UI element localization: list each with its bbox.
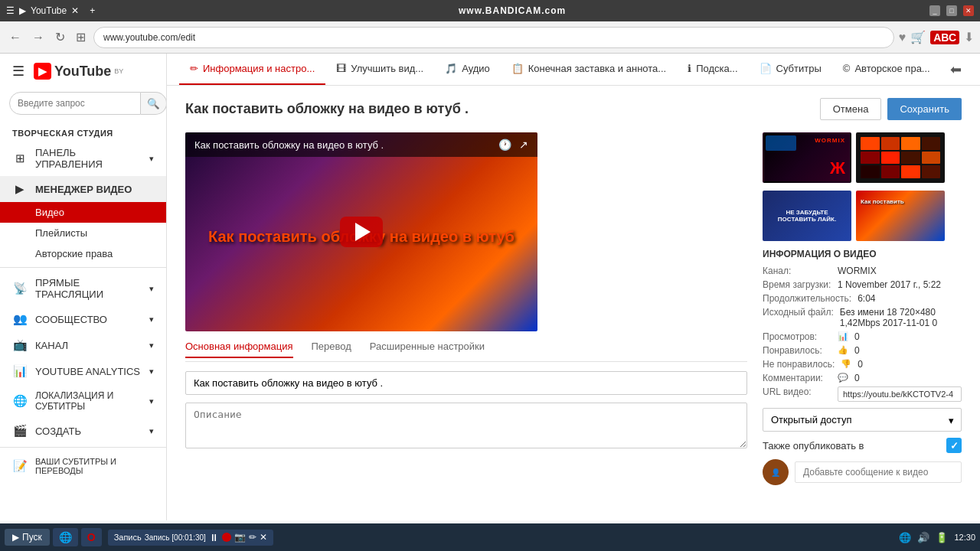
info-views: Просмотров: 📊 0 [763, 331, 962, 342]
tab-audio[interactable]: 🎵 Аудио [434, 54, 501, 85]
play-triangle [355, 223, 371, 241]
video-top-icons: 🕐 ↗ [498, 139, 528, 151]
thumbnail-1[interactable]: WORMIX Ж [763, 132, 851, 183]
views-value: 0 [854, 331, 860, 342]
save-button[interactable]: Сохранить [887, 98, 962, 120]
opera-taskbar-btn[interactable]: O [81, 528, 102, 546]
forward-btn[interactable]: → [29, 28, 47, 47]
minimize-btn[interactable]: _ [929, 5, 940, 16]
views-icon: 📊 [838, 331, 848, 341]
sidebar-item-channel[interactable]: 📺 КАНАЛ ▾ [0, 332, 166, 358]
comments-value: 0 [854, 373, 860, 383]
search-btn[interactable]: 🔍 [141, 92, 167, 115]
grid-cell [922, 152, 941, 165]
start-button[interactable]: ▶ Пуск [5, 529, 50, 546]
video-player[interactable]: Как поставить обложку на видео в ютуб . … [185, 132, 537, 331]
upload-value: 1 November 2017 г., 5:22 [838, 279, 941, 290]
channel-arrow: ▾ [149, 341, 154, 350]
thumbnail-3[interactable]: НЕ ЗАБУДЬТЕПОСТАВИТЬ ЛАЙК. [763, 191, 851, 241]
youtube-logo[interactable]: ▶ YouTube BY [34, 63, 123, 80]
cart-icon[interactable]: 🛒 [910, 30, 926, 44]
tab-hints-icon: ℹ [688, 63, 691, 74]
title-bar-left: ☰ ▶ YouTube ✕ + [6, 5, 95, 16]
thumbnail-strip-2: НЕ ЗАБУДЬТЕПОСТАВИТЬ ЛАЙК. Как поставить [763, 191, 962, 241]
pause-icon[interactable]: ⏸ [209, 532, 219, 543]
info-channel: Канал: WORMIX [763, 266, 962, 276]
back-btn[interactable]: ← [6, 28, 24, 47]
dashboard-label: ПАНЕЛЬ УПРАВЛЕНИЯ [35, 147, 142, 170]
browser-taskbar-btn[interactable]: 🌐 [53, 528, 78, 546]
play-button[interactable] [340, 217, 383, 247]
tab-end-label: Конечная заставка и аннота... [528, 63, 666, 74]
url-input[interactable] [838, 386, 962, 402]
dislikes-label: Не понравилось: [763, 359, 835, 370]
sidebar-item-subtitles-trans[interactable]: 📝 ВАШИ СУБТИТРЫ И ПЕРЕВОДЫ [0, 451, 166, 481]
description-input[interactable] [185, 403, 747, 448]
search-bar: 🔍 [0, 89, 166, 121]
grid-cell [881, 137, 900, 150]
sidebar-item-playlists[interactable]: Плейлисты [0, 223, 166, 243]
edit-icon[interactable]: ✏ [249, 532, 256, 543]
extensions-btn[interactable]: ⊞ [73, 27, 89, 47]
hamburger-icon[interactable]: ☰ [12, 63, 24, 80]
tab-end-screen[interactable]: 📋 Конечная заставка и аннота... [501, 54, 677, 85]
visibility-select[interactable]: Открытый доступ Ограниченный доступ Част… [763, 408, 962, 432]
views-label: Просмотров: [763, 331, 831, 342]
sidebar-item-dashboard[interactable]: ⊞ ПАНЕЛЬ УПРАВЛЕНИЯ ▾ [0, 141, 166, 176]
browser-action-icons: ♥ 🛒 АВС ⬇ [899, 30, 974, 44]
new-tab-btn[interactable]: + [90, 5, 95, 16]
sidebar-item-video[interactable]: Видео [0, 202, 166, 223]
twitter-checkbox[interactable]: ✓ [946, 438, 962, 453]
source-label: Исходный файл: [763, 307, 834, 318]
window-controls: _ □ ✕ [929, 5, 974, 16]
tab-hints[interactable]: ℹ Подска... [677, 54, 748, 85]
menu-icon[interactable]: ☰ [6, 5, 15, 16]
bandicam-watermark: www.BANDICAM.com [459, 5, 566, 16]
comment-input[interactable] [795, 461, 962, 483]
wormix-sky [766, 135, 796, 151]
sidebar-item-create[interactable]: 🎬 СОЗДАТЬ ▾ [0, 418, 166, 444]
sidebar-item-copyright-sub[interactable]: Авторские права [0, 243, 166, 264]
search-input[interactable] [9, 92, 141, 115]
sidebar-item-video-manager[interactable]: ▶ МЕНЕДЖЕР ВИДЕО [0, 176, 166, 202]
volume-icon: 🔊 [917, 532, 929, 543]
address-input[interactable] [93, 27, 894, 48]
likes-icon: 👍 [838, 345, 848, 355]
title-input[interactable] [185, 371, 747, 395]
right-column: WORMIX Ж [763, 132, 962, 485]
close-btn[interactable]: ✕ [963, 5, 974, 16]
tab-improve[interactable]: 🎞 Улучшить вид... [325, 54, 434, 85]
sidebar-item-analytics[interactable]: 📊 YOUTUBE ANALYTICS ▾ [0, 358, 166, 384]
sidebar-item-community[interactable]: 👥 СООБЩЕСТВО ▾ [0, 306, 166, 332]
grid-cell [881, 165, 900, 178]
grid-cell [901, 152, 920, 165]
thumbnail-2[interactable] [856, 132, 945, 183]
source-value: Без имени 18 720×480 1,42Mbps 2017-11-01… [840, 307, 962, 328]
tab-advanced[interactable]: Расширенные настройки [370, 341, 485, 358]
refresh-btn[interactable]: ↻ [52, 27, 68, 47]
grid-cell [922, 165, 941, 178]
camera-icon[interactable]: 📷 [234, 532, 246, 543]
recording-info: Запись Запись [00:01:30] ⏸ 📷 ✏ ✕ [108, 530, 273, 546]
user-avatar: 👤 [763, 459, 789, 485]
tab-back-btn[interactable]: ⬅ [944, 55, 968, 84]
tab-subtitles[interactable]: 📄 Субтитры [749, 54, 832, 85]
top-tabs: ✏ Информация и настро... 🎞 Улучшить вид.… [167, 54, 980, 86]
cancel-button[interactable]: Отмена [820, 98, 882, 120]
tab-basic-info[interactable]: Основная информация [185, 341, 293, 358]
tab-close[interactable]: ✕ [71, 5, 79, 16]
tab-copyright[interactable]: © Авторское пра... [832, 54, 941, 85]
info-source: Исходный файл: Без имени 18 720×480 1,42… [763, 307, 962, 328]
tab-info-settings[interactable]: ✏ Информация и настро... [179, 54, 325, 85]
sidebar-item-streams[interactable]: 📡 ПРЯМЫЕ ТРАНСЛЯЦИИ ▾ [0, 271, 166, 306]
stop-icon[interactable] [222, 533, 231, 542]
thumbnail-4[interactable]: Как поставить [856, 191, 945, 241]
download-icon[interactable]: ⬇ [964, 30, 974, 44]
comments-icon: 💬 [838, 373, 848, 383]
maximize-btn[interactable]: □ [946, 5, 957, 16]
tab-translate[interactable]: Перевод [312, 341, 351, 358]
bookmark-icon[interactable]: ♥ [899, 31, 906, 44]
translate-icon[interactable]: АВС [930, 31, 959, 44]
close-recording-icon[interactable]: ✕ [260, 532, 267, 543]
sidebar-item-localization[interactable]: 🌐 ЛОКАЛИЗАЦИЯ И СУБТИТРЫ ▾ [0, 384, 166, 418]
